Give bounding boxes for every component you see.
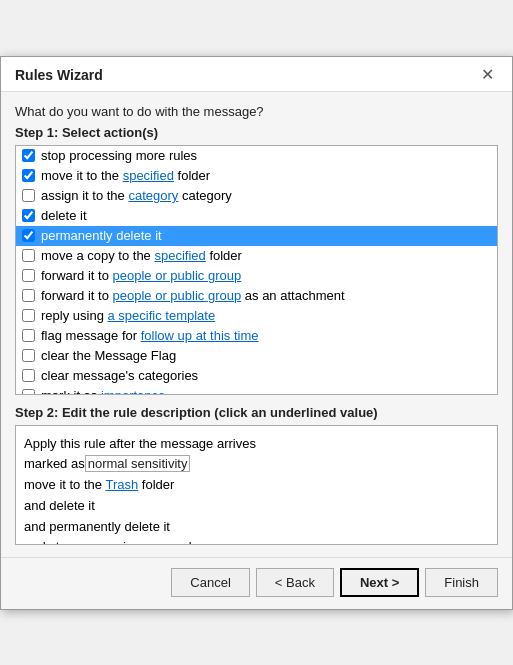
description-box: Apply this rule after the message arrive… — [15, 425, 498, 545]
action-link[interactable]: people or public group — [113, 268, 242, 283]
list-item[interactable]: clear message's categories — [16, 366, 497, 386]
action-link[interactable]: category — [128, 188, 178, 203]
action-checkbox-a9[interactable] — [22, 309, 35, 322]
action-link[interactable]: specified — [123, 168, 174, 183]
action-checkbox-a4[interactable] — [22, 209, 35, 222]
list-item[interactable]: permanently delete it — [16, 226, 497, 246]
list-item[interactable]: move a copy to the specified folder — [16, 246, 497, 266]
next-button[interactable]: Next > — [340, 568, 419, 597]
list-item[interactable]: mark it as importance — [16, 386, 497, 395]
action-link[interactable]: follow up at this time — [141, 328, 259, 343]
action-link[interactable]: a specific template — [107, 308, 215, 323]
action-checkbox-a11[interactable] — [22, 349, 35, 362]
desc-line1: Apply this rule after the message arrive… — [24, 434, 489, 455]
action-list[interactable]: stop processing more rulesmove it to the… — [15, 145, 498, 395]
action-checkbox-a8[interactable] — [22, 289, 35, 302]
step2-label: Step 2: Edit the rule description (click… — [15, 405, 498, 420]
title-bar: Rules Wizard ✕ — [1, 57, 512, 92]
action-link[interactable]: importance — [101, 388, 165, 395]
action-checkbox-a3[interactable] — [22, 189, 35, 202]
list-item[interactable]: stop processing more rules — [16, 146, 497, 166]
list-item[interactable]: delete it — [16, 206, 497, 226]
action-checkbox-a5[interactable] — [22, 229, 35, 242]
button-row: Cancel < Back Next > Finish — [1, 557, 512, 609]
action-checkbox-a13[interactable] — [22, 389, 35, 395]
desc-line5: and permanently delete it — [24, 517, 489, 538]
list-item[interactable]: flag message for follow up at this time — [16, 326, 497, 346]
list-item[interactable]: reply using a specific template — [16, 306, 497, 326]
dialog-title: Rules Wizard — [15, 67, 103, 83]
action-checkbox-a2[interactable] — [22, 169, 35, 182]
action-link[interactable]: specified — [154, 248, 205, 263]
desc-trash-link[interactable]: Trash — [105, 477, 138, 492]
back-button[interactable]: < Back — [256, 568, 334, 597]
desc-line6: and stop processing more rules — [24, 537, 489, 544]
action-checkbox-a1[interactable] — [22, 149, 35, 162]
desc-sensitivity-link[interactable]: normal sensitivity — [85, 455, 191, 472]
list-item[interactable]: clear the Message Flag — [16, 346, 497, 366]
action-checkbox-a6[interactable] — [22, 249, 35, 262]
action-checkbox-a7[interactable] — [22, 269, 35, 282]
dialog-body: What do you want to do with the message?… — [1, 92, 512, 557]
list-item[interactable]: move it to the specified folder — [16, 166, 497, 186]
desc-line3: move it to the Trash folder — [24, 475, 489, 496]
desc-line2: marked asnormal sensitivity — [24, 454, 489, 475]
step1-label: Step 1: Select action(s) — [15, 125, 498, 140]
close-button[interactable]: ✕ — [477, 67, 498, 83]
list-item[interactable]: assign it to the category category — [16, 186, 497, 206]
rules-wizard-dialog: Rules Wizard ✕ What do you want to do wi… — [0, 56, 513, 610]
question-text: What do you want to do with the message? — [15, 104, 498, 119]
action-checkbox-a12[interactable] — [22, 369, 35, 382]
action-checkbox-a10[interactable] — [22, 329, 35, 342]
list-item[interactable]: forward it to people or public group — [16, 266, 497, 286]
desc-line4: and delete it — [24, 496, 489, 517]
action-link[interactable]: people or public group — [113, 288, 242, 303]
cancel-button[interactable]: Cancel — [171, 568, 249, 597]
finish-button[interactable]: Finish — [425, 568, 498, 597]
list-item[interactable]: forward it to people or public group as … — [16, 286, 497, 306]
